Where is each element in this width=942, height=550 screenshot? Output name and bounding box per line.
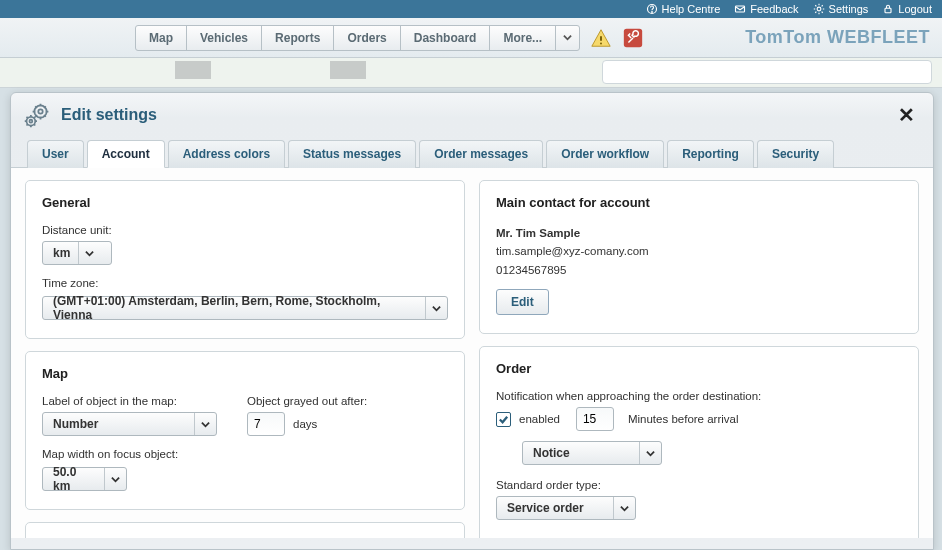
grayed-out-unit: days xyxy=(293,415,317,433)
tab-address-colors[interactable]: Address colors xyxy=(168,140,285,168)
nav-more[interactable]: More... xyxy=(489,25,556,51)
brand-text: TomTom WEBFLEET xyxy=(745,27,930,48)
label-object-label: Label of object in the map: xyxy=(42,395,217,407)
label-object-value: Number xyxy=(53,417,98,431)
distance-unit-select[interactable]: km xyxy=(42,241,112,265)
chevron-down-icon xyxy=(646,449,655,458)
nav-reports[interactable]: Reports xyxy=(261,25,334,51)
main-contact-heading: Main contact for account xyxy=(496,195,902,210)
contact-email: tim.sample@xyz-comany.com xyxy=(496,242,902,260)
svg-point-1 xyxy=(651,12,652,13)
mail-icon xyxy=(734,3,746,15)
chevron-down-icon xyxy=(111,475,120,484)
settings-tabs: User Account Address colors Status messa… xyxy=(11,139,933,168)
close-button[interactable]: ✕ xyxy=(892,103,921,127)
nav-map[interactable]: Map xyxy=(135,25,187,51)
help-centre-label: Help Centre xyxy=(662,3,721,15)
svg-point-10 xyxy=(29,120,32,123)
minutes-label: Minutes before arrival xyxy=(628,410,739,428)
map-heading: Map xyxy=(42,366,448,381)
std-order-type-value: Service order xyxy=(507,501,584,515)
notification-level-value: Notice xyxy=(533,446,570,460)
chevron-down-icon xyxy=(432,304,441,313)
chevron-down-icon xyxy=(620,504,629,513)
map-width-select[interactable]: 50.0 km xyxy=(42,467,127,491)
right-column: Main contact for account Mr. Tim Sample … xyxy=(479,180,919,526)
minutes-input[interactable] xyxy=(576,407,614,431)
chevron-down-icon xyxy=(85,249,94,258)
tools-icon[interactable] xyxy=(622,27,644,49)
settings-link[interactable]: Settings xyxy=(813,3,869,15)
nav-orders[interactable]: Orders xyxy=(333,25,400,51)
contact-phone: 01234567895 xyxy=(496,261,902,279)
svg-point-5 xyxy=(600,42,602,44)
enabled-checkbox[interactable] xyxy=(496,412,511,427)
distance-unit-value: km xyxy=(53,246,70,260)
feedback-label: Feedback xyxy=(750,3,798,15)
logout-link[interactable]: Logout xyxy=(882,3,932,15)
nav-more-dropdown[interactable] xyxy=(555,25,580,51)
svg-point-8 xyxy=(38,109,42,113)
map-width-value: 50.0 km xyxy=(53,465,96,493)
nav-dashboard[interactable]: Dashboard xyxy=(400,25,491,51)
timezone-label: Time zone: xyxy=(42,277,448,289)
general-heading: General xyxy=(42,195,448,210)
order-panel: Order Notification when approaching the … xyxy=(479,346,919,538)
top-utility-bar: Help Centre Feedback Settings Logout xyxy=(0,0,942,18)
tab-security[interactable]: Security xyxy=(757,140,834,168)
map-width-label: Map width on focus object: xyxy=(42,448,448,460)
dialog-title: Edit settings xyxy=(61,106,157,124)
location-panel: Location xyxy=(25,522,465,538)
warning-icon[interactable] xyxy=(590,27,612,49)
notification-label: Notification when approaching the order … xyxy=(496,390,902,402)
help-centre-link[interactable]: Help Centre xyxy=(646,3,721,15)
std-order-type-select[interactable]: Service order xyxy=(496,496,636,520)
feedback-link[interactable]: Feedback xyxy=(734,3,798,15)
lock-icon xyxy=(882,3,894,15)
gear-icon xyxy=(813,3,825,15)
dialog-header: Edit settings ✕ xyxy=(11,93,933,139)
contact-name: Mr. Tim Sample xyxy=(496,224,902,242)
allow-rejection-label: Allow rejection of an order by driver xyxy=(519,536,699,538)
edit-contact-button[interactable]: Edit xyxy=(496,289,549,315)
grayed-out-label: Object grayed out after: xyxy=(247,395,367,407)
std-order-type-label: Standard order type: xyxy=(496,479,902,491)
tab-order-messages[interactable]: Order messages xyxy=(419,140,543,168)
general-panel: General Distance unit: km Time zone: (GM… xyxy=(25,180,465,339)
chevron-down-icon xyxy=(201,420,210,429)
location-heading: Location xyxy=(42,537,448,538)
dialog-body: General Distance unit: km Time zone: (GM… xyxy=(11,168,933,538)
order-heading: Order xyxy=(496,361,902,376)
map-panel: Map Label of object in the map: Number O… xyxy=(25,351,465,510)
background-map-strip xyxy=(0,58,942,88)
logout-label: Logout xyxy=(898,3,932,15)
tab-user[interactable]: User xyxy=(27,140,84,168)
notification-level-select[interactable]: Notice xyxy=(522,441,662,465)
left-column: General Distance unit: km Time zone: (GM… xyxy=(25,180,465,526)
tab-reporting[interactable]: Reporting xyxy=(667,140,754,168)
chevron-down-icon xyxy=(563,33,572,42)
main-contact-panel: Main contact for account Mr. Tim Sample … xyxy=(479,180,919,334)
main-navigation: Map Vehicles Reports Orders Dashboard Mo… xyxy=(0,18,942,58)
svg-rect-2 xyxy=(736,6,745,12)
timezone-value: (GMT+01:00) Amsterdam, Berlin, Bern, Rom… xyxy=(53,294,417,322)
edit-settings-dialog: Edit settings ✕ User Account Address col… xyxy=(10,92,934,550)
tab-account[interactable]: Account xyxy=(87,140,165,168)
help-icon xyxy=(646,3,658,15)
dialog-gear-icon xyxy=(23,101,51,129)
check-icon xyxy=(498,414,509,425)
settings-label: Settings xyxy=(829,3,869,15)
distance-unit-label: Distance unit: xyxy=(42,224,448,236)
svg-point-3 xyxy=(817,7,821,11)
timezone-select[interactable]: (GMT+01:00) Amsterdam, Berlin, Bern, Rom… xyxy=(42,296,448,320)
svg-rect-4 xyxy=(885,8,891,13)
grayed-out-input[interactable] xyxy=(247,412,285,436)
enabled-label: enabled xyxy=(519,410,560,428)
label-object-select[interactable]: Number xyxy=(42,412,217,436)
nav-vehicles[interactable]: Vehicles xyxy=(186,25,262,51)
tab-status-messages[interactable]: Status messages xyxy=(288,140,416,168)
tab-order-workflow[interactable]: Order workflow xyxy=(546,140,664,168)
